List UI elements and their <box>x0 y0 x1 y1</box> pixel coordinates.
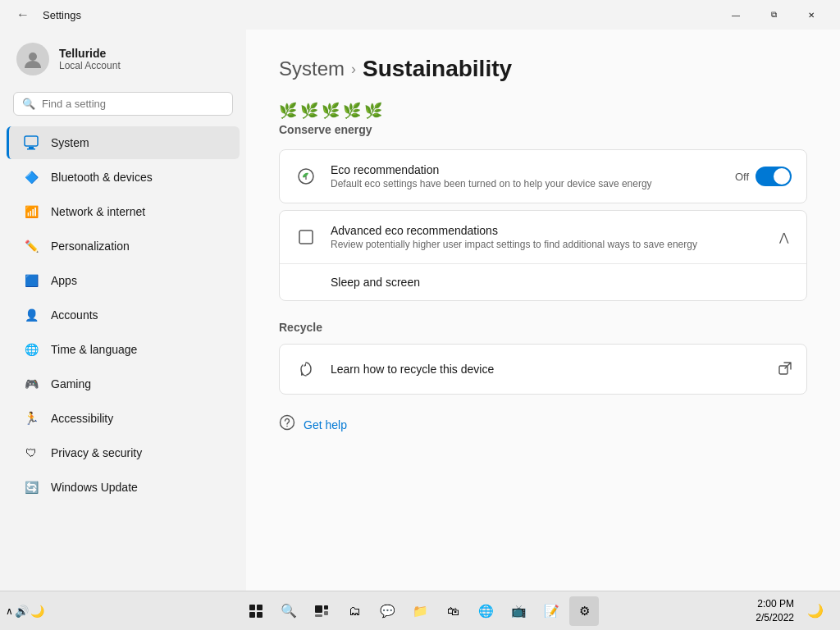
sidebar-label-gaming: Gaming <box>51 377 91 390</box>
edge-button[interactable]: 🌐 <box>471 596 500 626</box>
svg-rect-10 <box>257 605 262 610</box>
system-tray-icons[interactable]: ∧ 🔊 🌙 <box>10 596 39 626</box>
leaf-icon-4: 🌿 <box>343 102 361 120</box>
sidebar-label-windows-update: Windows Update <box>51 481 138 494</box>
eco-toggle[interactable] <box>756 167 792 186</box>
sidebar-label-bluetooth: Bluetooth & devices <box>51 171 153 184</box>
privacy-icon: 🛡 <box>23 445 39 461</box>
gaming-icon: 🎮 <box>23 376 39 392</box>
breadcrumb: System › Sustainability <box>279 56 807 82</box>
media-button[interactable]: 📺 <box>504 596 533 626</box>
sidebar-item-accounts[interactable]: 👤 Accounts <box>7 299 240 331</box>
taskbar: ∧ 🔊 🌙 🔍 🗂 💬 📁 🛍 🌐 📺 <box>0 591 840 630</box>
svg-rect-5 <box>299 231 313 244</box>
sidebar-item-privacy[interactable]: 🛡 Privacy & security <box>7 436 240 469</box>
advanced-eco-chevron[interactable]: ⋀ <box>776 227 792 247</box>
leaf-icons: 🌿 🌿 🌿 🌿 🌿 <box>279 102 807 120</box>
get-help[interactable]: Get help <box>279 414 347 435</box>
get-help-label[interactable]: Get help <box>304 418 347 431</box>
svg-rect-12 <box>257 612 262 618</box>
titlebar: ← Settings — ⧉ ✕ <box>0 0 840 30</box>
search-icon: 🔍 <box>22 98 35 110</box>
sleep-and-screen-row[interactable]: Sleep and screen <box>280 263 806 300</box>
notepad-button[interactable]: 📝 <box>536 596 566 626</box>
sidebar-item-system[interactable]: System <box>7 126 240 159</box>
store-button[interactable]: 🛍 <box>438 596 468 626</box>
advanced-eco-card: Advanced eco recommendations Review pote… <box>279 210 807 301</box>
back-button[interactable]: ← <box>10 4 36 25</box>
sidebar-label-system: System <box>51 136 89 149</box>
sidebar-label-time: Time & language <box>51 343 137 356</box>
taskbar-right: 2:00 PM 2/5/2022 🌙 <box>756 596 830 626</box>
tray-up-icon: ∧ <box>6 605 13 617</box>
eco-recommendation-card: Eco recommendation Default eco settings … <box>279 149 807 203</box>
sidebar-item-personalization[interactable]: ✏️ Personalization <box>7 230 240 262</box>
night-mode-icon: 🌙 <box>30 605 44 618</box>
sidebar-label-apps: Apps <box>51 274 77 287</box>
chat-button[interactable]: 💬 <box>372 596 402 626</box>
settings-taskbar-button[interactable]: ⚙ <box>569 596 599 626</box>
svg-point-8 <box>286 426 288 427</box>
eco-recommendation-row[interactable]: Eco recommendation Default eco settings … <box>280 150 806 203</box>
eco-recommendation-text: Eco recommendation Default eco settings … <box>331 163 722 189</box>
titlebar-left: ← Settings <box>10 4 81 25</box>
svg-rect-2 <box>29 147 34 148</box>
advanced-eco-row[interactable]: Advanced eco recommendations Review pote… <box>280 211 806 263</box>
recycle-device-label: Learn how to recycle this device <box>331 363 765 376</box>
sidebar-item-bluetooth[interactable]: 🔷 Bluetooth & devices <box>7 161 240 194</box>
file-explorer-button[interactable]: 📁 <box>405 596 435 626</box>
sidebar-item-windows-update[interactable]: 🔄 Windows Update <box>7 471 240 504</box>
sidebar-item-network[interactable]: 📶 Network & internet <box>7 195 240 228</box>
taskbar-center: 🔍 🗂 💬 📁 🛍 🌐 📺 📝 ⚙ <box>241 596 599 626</box>
restore-button[interactable]: ⧉ <box>755 2 792 28</box>
search-box[interactable]: 🔍 <box>13 92 233 116</box>
avatar <box>16 43 49 75</box>
sidebar-item-apps[interactable]: 🟦 Apps <box>7 264 240 297</box>
start-button[interactable] <box>241 596 271 626</box>
conserve-energy-label: Conserve energy <box>279 123 807 136</box>
eco-recommendation-desc: Default eco settings have been turned on… <box>331 178 722 189</box>
taskbar-clock[interactable]: 2:00 PM 2/5/2022 <box>756 597 794 625</box>
advanced-eco-title: Advanced eco recommendations <box>331 224 763 237</box>
minimize-button[interactable]: — <box>717 2 755 28</box>
close-button[interactable]: ✕ <box>792 2 830 28</box>
accounts-icon: 👤 <box>23 307 39 323</box>
sidebar-item-accessibility[interactable]: 🏃 Accessibility <box>7 402 240 435</box>
sidebar-label-accounts: Accounts <box>51 308 98 322</box>
user-section[interactable]: Telluride Local Account <box>0 30 246 89</box>
leaf-icon-5: 🌿 <box>364 102 382 120</box>
recycle-card: Learn how to recycle this device <box>279 344 807 395</box>
sidebar-item-time[interactable]: 🌐 Time & language <box>7 333 240 366</box>
main-content: System › Sustainability 🌿 🌿 🌿 🌿 🌿 Conser… <box>246 30 840 591</box>
sound-icon: 🔊 <box>15 605 29 618</box>
advanced-eco-text: Advanced eco recommendations Review pote… <box>331 224 763 250</box>
taskbar-search-button[interactable]: 🔍 <box>274 596 304 626</box>
user-account: Local Account <box>59 60 121 71</box>
svg-rect-11 <box>249 612 255 618</box>
user-name: Telluride <box>59 47 121 60</box>
task-view-button[interactable] <box>307 596 336 626</box>
apps-icon: 🟦 <box>23 272 39 289</box>
sidebar-item-gaming[interactable]: 🎮 Gaming <box>7 368 240 400</box>
app-body: Telluride Local Account 🔍 System 🔷 Bluet… <box>0 30 840 591</box>
toggle-off-label: Off <box>735 171 749 183</box>
sidebar: Telluride Local Account 🔍 System 🔷 Bluet… <box>0 30 246 591</box>
notification-button[interactable]: 🌙 <box>801 596 830 626</box>
sidebar-label-network: Network & internet <box>51 205 145 218</box>
svg-rect-13 <box>315 605 322 613</box>
widgets-button[interactable]: 🗂 <box>340 596 369 626</box>
breadcrumb-current: Sustainability <box>363 56 512 82</box>
recycle-text: Learn how to recycle this device <box>331 363 765 376</box>
recycle-row[interactable]: Learn how to recycle this device <box>280 345 806 394</box>
svg-rect-14 <box>324 605 328 609</box>
taskbar-left: ∧ 🔊 🌙 <box>10 596 39 626</box>
breadcrumb-parent[interactable]: System <box>279 57 345 80</box>
eco-recommendation-control: Off <box>735 167 792 186</box>
leaf-icon-2: 🌿 <box>300 102 318 120</box>
leaf-icon-1: 🌿 <box>279 102 297 120</box>
svg-point-0 <box>29 52 37 61</box>
svg-rect-16 <box>315 614 322 617</box>
search-input[interactable] <box>42 98 224 110</box>
network-icon: 📶 <box>23 203 39 220</box>
personalization-icon: ✏️ <box>23 238 39 254</box>
